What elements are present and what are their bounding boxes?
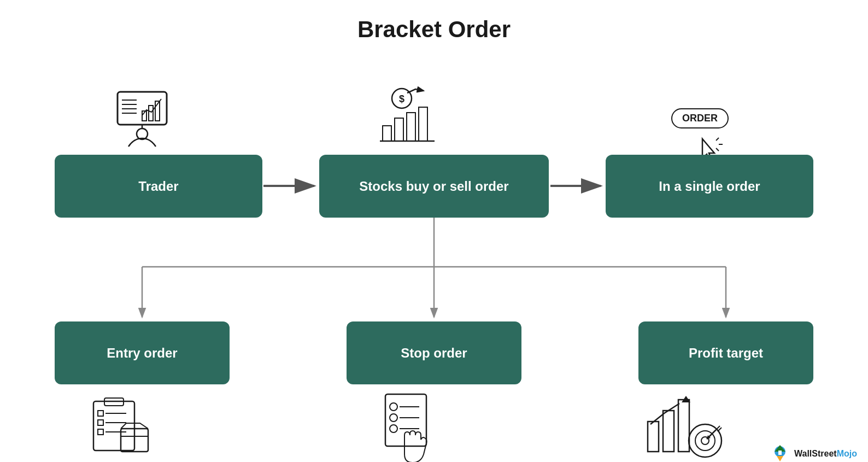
- watermark: WallStreetMojo: [770, 444, 857, 462]
- order-badge: ORDER: [671, 108, 729, 128]
- svg-line-27: [716, 138, 719, 141]
- svg-rect-32: [98, 411, 103, 416]
- diagram: $ ORDER: [0, 54, 868, 462]
- svg-marker-61: [777, 456, 783, 461]
- svg-rect-25: [407, 113, 415, 141]
- box-stocks: Stocks buy or sell order: [319, 155, 549, 218]
- box-trader: Trader: [55, 155, 262, 218]
- profit-target-icon: [640, 390, 727, 462]
- svg-rect-36: [98, 429, 103, 435]
- svg-point-46: [390, 425, 397, 432]
- entry-order-icon: [85, 390, 172, 462]
- svg-rect-26: [419, 107, 427, 141]
- svg-rect-50: [678, 400, 689, 452]
- svg-rect-34: [98, 420, 103, 425]
- page-title: Bracket Order: [0, 0, 868, 54]
- svg-rect-15: [149, 106, 153, 121]
- svg-point-44: [390, 414, 397, 422]
- box-single: In a single order: [606, 155, 813, 218]
- box-stop: Stop order: [347, 321, 521, 384]
- box-entry: Entry order: [55, 321, 230, 384]
- svg-rect-23: [383, 126, 391, 141]
- stop-order-icon: [372, 390, 456, 462]
- svg-rect-24: [395, 118, 403, 141]
- svg-text:$: $: [399, 93, 404, 104]
- svg-rect-41: [385, 394, 426, 446]
- svg-rect-48: [648, 422, 659, 452]
- svg-rect-62: [778, 451, 782, 455]
- trader-icon: [104, 86, 180, 152]
- svg-rect-49: [663, 411, 674, 452]
- box-profit: Profit target: [638, 321, 813, 384]
- svg-point-42: [390, 403, 397, 411]
- stocks-icon: $: [366, 84, 448, 155]
- svg-line-29: [716, 148, 719, 151]
